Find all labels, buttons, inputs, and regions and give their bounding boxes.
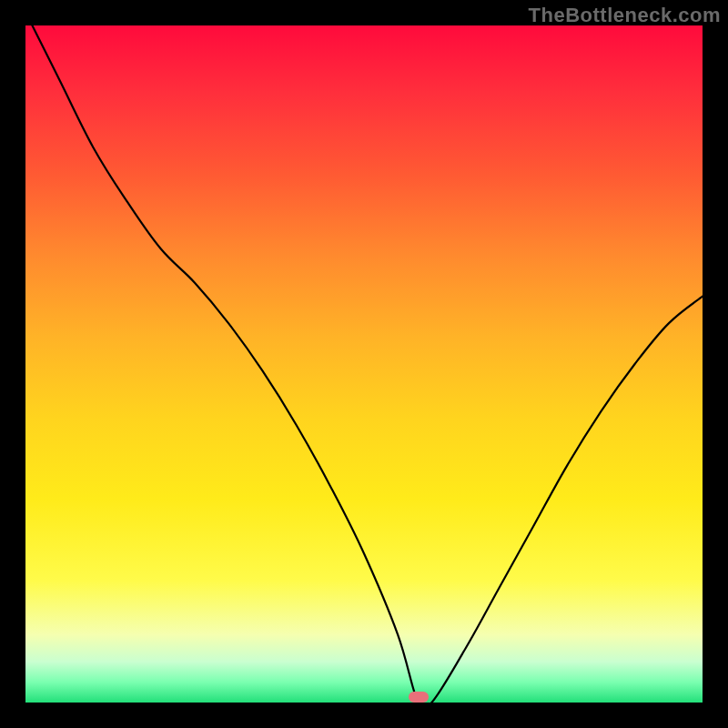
optimal-marker [409, 692, 429, 703]
bottleneck-curve [25, 25, 703, 703]
plot-area [25, 25, 703, 703]
chart-stage: TheBottleneck.com [0, 0, 728, 728]
watermark-text: TheBottleneck.com [529, 4, 721, 27]
